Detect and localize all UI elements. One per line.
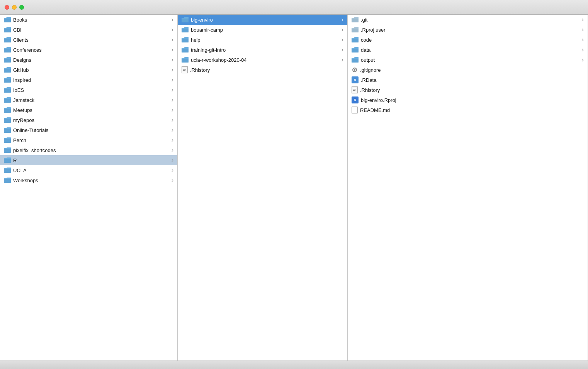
folder-icon bbox=[352, 37, 359, 42]
list-item[interactable]: Perch› bbox=[0, 135, 177, 145]
list-item[interactable]: data› bbox=[348, 45, 588, 55]
rdata-icon: R bbox=[352, 76, 361, 83]
list-item[interactable]: Conferences› bbox=[0, 45, 177, 55]
list-item[interactable]: README.md bbox=[348, 105, 588, 115]
chevron-right-icon: › bbox=[172, 177, 173, 183]
list-item[interactable]: GitHub› bbox=[0, 65, 177, 75]
svg-rect-2 bbox=[183, 70, 185, 71]
list-item[interactable]: Clients› bbox=[0, 35, 177, 45]
chevron-right-icon: › bbox=[172, 157, 173, 163]
list-item[interactable]: Workshops› bbox=[0, 175, 177, 185]
rhistory-icon bbox=[182, 66, 190, 73]
item-label: code bbox=[361, 37, 582, 43]
item-label: bouamir-camp bbox=[191, 27, 342, 33]
list-item[interactable]: UCLA› bbox=[0, 165, 177, 175]
item-label: .RData bbox=[361, 77, 584, 83]
folder-icon bbox=[4, 67, 11, 73]
chevron-right-icon: › bbox=[172, 107, 173, 113]
item-label: R bbox=[13, 157, 172, 163]
list-item[interactable]: Rbig-enviro.Rproj bbox=[348, 95, 588, 105]
list-item[interactable]: .Rproj.user› bbox=[348, 25, 588, 35]
folder-icon bbox=[4, 97, 11, 103]
chevron-right-icon: › bbox=[172, 147, 173, 153]
column-3: .git› .Rproj.user› code› data› output› .… bbox=[348, 15, 588, 361]
list-item[interactable]: IoES› bbox=[0, 85, 177, 95]
folder-icon bbox=[4, 57, 11, 63]
folder-icon bbox=[4, 27, 11, 32]
chevron-right-icon: › bbox=[172, 17, 173, 23]
folder-icon bbox=[182, 57, 189, 63]
chevron-right-icon: › bbox=[582, 17, 584, 23]
folder-icon bbox=[352, 47, 359, 52]
bottom-bar bbox=[0, 361, 588, 369]
folder-icon bbox=[4, 47, 11, 52]
item-label: Perch bbox=[13, 137, 172, 143]
chevron-right-icon: › bbox=[172, 67, 173, 73]
item-label: pixelfix_shortcodes bbox=[13, 147, 172, 153]
chevron-right-icon: › bbox=[172, 47, 173, 53]
list-item[interactable]: R› bbox=[0, 155, 177, 165]
list-item[interactable]: Jamstack› bbox=[0, 95, 177, 105]
gitignore-icon bbox=[352, 67, 360, 73]
item-label: big-enviro bbox=[191, 17, 342, 23]
list-item[interactable]: CBI› bbox=[0, 25, 177, 35]
chevron-right-icon: › bbox=[172, 127, 173, 133]
list-item[interactable]: Books› bbox=[0, 15, 177, 25]
column-2: big-enviro› bouamir-camp› help› training… bbox=[178, 15, 348, 361]
list-item[interactable]: code› bbox=[348, 35, 588, 45]
folder-icon bbox=[4, 107, 11, 113]
folder-icon bbox=[4, 37, 11, 42]
chevron-right-icon: › bbox=[172, 87, 173, 93]
list-item[interactable]: Meetups› bbox=[0, 105, 177, 115]
svg-rect-5 bbox=[353, 89, 356, 89]
list-item[interactable]: R.RData bbox=[348, 75, 588, 85]
folder-icon bbox=[352, 57, 359, 63]
item-label: GitHub bbox=[13, 67, 172, 73]
list-item[interactable]: big-enviro› bbox=[178, 15, 347, 25]
item-label: Workshops bbox=[13, 178, 172, 183]
item-label: Online-Tutorials bbox=[13, 127, 172, 133]
chevron-right-icon: › bbox=[172, 27, 173, 33]
list-item[interactable]: training-git-intro› bbox=[178, 45, 347, 55]
list-item[interactable]: Online-Tutorials› bbox=[0, 125, 177, 135]
list-item[interactable]: myRepos› bbox=[0, 115, 177, 125]
folder-dim-icon bbox=[352, 27, 359, 32]
svg-rect-1 bbox=[183, 69, 186, 70]
list-item[interactable]: pixelfix_shortcodes› bbox=[0, 145, 177, 155]
list-item[interactable]: ucla-r-workshop-2020-04› bbox=[178, 55, 347, 65]
list-item[interactable]: .Rhistory bbox=[348, 85, 588, 95]
chevron-right-icon: › bbox=[172, 37, 173, 43]
item-label: Designs bbox=[13, 57, 172, 63]
item-label: .Rproj.user bbox=[361, 27, 582, 33]
item-label: data bbox=[361, 47, 582, 53]
rhistory-icon bbox=[352, 86, 360, 93]
folder-icon bbox=[4, 77, 11, 83]
list-item[interactable]: .git› bbox=[348, 15, 588, 25]
chevron-right-icon: › bbox=[342, 57, 343, 63]
chevron-right-icon: › bbox=[582, 37, 584, 43]
list-item[interactable]: Designs› bbox=[0, 55, 177, 65]
list-item[interactable]: .gitignore bbox=[348, 65, 588, 75]
columns-container: Books› CBI› Clients› Conferences› Design… bbox=[0, 15, 588, 361]
list-item[interactable]: bouamir-camp› bbox=[178, 25, 347, 35]
list-item[interactable]: help› bbox=[178, 35, 347, 45]
item-label: .Rhistory bbox=[360, 87, 584, 93]
item-label: .Rhistory bbox=[190, 67, 343, 73]
folder-icon bbox=[4, 17, 11, 22]
svg-rect-6 bbox=[353, 90, 356, 90]
list-item[interactable]: output› bbox=[348, 55, 588, 65]
item-label: .git bbox=[361, 17, 582, 23]
chevron-right-icon: › bbox=[342, 37, 343, 43]
chevron-right-icon: › bbox=[342, 27, 343, 33]
list-item[interactable]: Inspired› bbox=[0, 75, 177, 85]
folder-icon bbox=[182, 17, 189, 22]
item-label: README.md bbox=[360, 107, 584, 113]
list-item[interactable]: .Rhistory bbox=[178, 65, 347, 75]
chevron-right-icon: › bbox=[582, 57, 584, 63]
item-label: ucla-r-workshop-2020-04 bbox=[191, 57, 342, 63]
maximize-button[interactable] bbox=[19, 5, 24, 10]
minimize-button[interactable] bbox=[12, 5, 17, 10]
close-button[interactable] bbox=[5, 5, 9, 10]
item-label: training-git-intro bbox=[191, 47, 342, 53]
chevron-right-icon: › bbox=[172, 57, 173, 63]
